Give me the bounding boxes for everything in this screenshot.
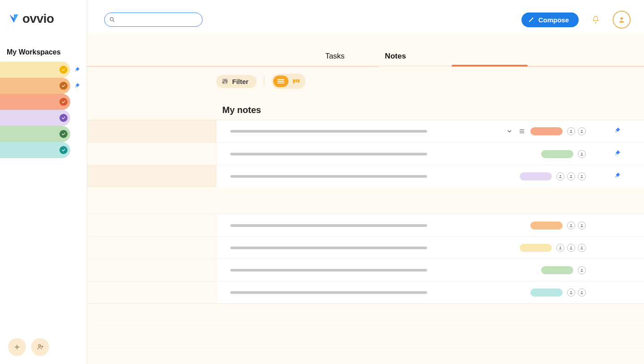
brand-name: ovvio bbox=[22, 12, 54, 26]
svg-point-4 bbox=[225, 79, 226, 81]
row-gutter bbox=[87, 237, 217, 259]
section-title: My notes bbox=[87, 89, 644, 120]
svg-point-16 bbox=[581, 224, 583, 226]
note-row[interactable] bbox=[87, 142, 644, 165]
workspace-tag[interactable] bbox=[530, 289, 563, 297]
filter-button[interactable]: Filter bbox=[216, 75, 257, 88]
collaborator-avatars bbox=[567, 127, 586, 135]
check-icon bbox=[59, 146, 68, 154]
sidebar-workspace-item[interactable] bbox=[0, 62, 87, 78]
svg-point-13 bbox=[571, 175, 572, 176]
sidebar-workspace-item[interactable] bbox=[0, 94, 87, 110]
avatar-icon[interactable] bbox=[578, 150, 586, 158]
collaborator-avatars bbox=[578, 150, 586, 158]
svg-point-20 bbox=[581, 269, 583, 270]
sidebar-workspace-item[interactable] bbox=[0, 78, 87, 94]
row-gutter bbox=[87, 281, 217, 303]
view-toggle bbox=[271, 74, 305, 89]
row-gutter bbox=[87, 165, 217, 187]
list-view-button[interactable] bbox=[273, 75, 288, 87]
note-row[interactable] bbox=[87, 281, 644, 303]
avatar-icon[interactable] bbox=[578, 127, 586, 135]
check-icon bbox=[59, 82, 68, 90]
svg-point-12 bbox=[560, 175, 561, 176]
board-view-button[interactable] bbox=[288, 75, 304, 87]
sidebar-workspace-item[interactable] bbox=[0, 110, 87, 126]
check-icon bbox=[59, 98, 68, 106]
workspace-tag[interactable] bbox=[530, 222, 563, 230]
search-input[interactable] bbox=[118, 17, 198, 23]
svg-point-3 bbox=[223, 82, 224, 83]
note-row[interactable] bbox=[87, 236, 644, 259]
sidebar: ovvio My Workspaces bbox=[0, 0, 87, 364]
workspace-tag[interactable] bbox=[520, 172, 552, 180]
workspace-list bbox=[0, 62, 87, 158]
avatar-icon[interactable] bbox=[556, 172, 564, 180]
note-row[interactable] bbox=[87, 165, 644, 187]
note-title-placeholder bbox=[230, 291, 427, 294]
svg-point-17 bbox=[560, 247, 561, 248]
compose-button[interactable]: Compose bbox=[521, 13, 579, 27]
profile-button[interactable] bbox=[613, 11, 631, 29]
avatar-icon[interactable] bbox=[567, 289, 575, 297]
row-gutter bbox=[87, 120, 217, 142]
pin-icon[interactable] bbox=[613, 172, 621, 181]
check-icon bbox=[59, 66, 68, 74]
note-title-placeholder bbox=[230, 269, 427, 272]
note-title-placeholder bbox=[230, 224, 427, 227]
sidebar-workspace-item[interactable] bbox=[0, 142, 87, 158]
notifications-button[interactable] bbox=[589, 13, 602, 26]
svg-rect-6 bbox=[293, 79, 295, 84]
empty-list-area bbox=[87, 303, 644, 348]
note-row[interactable] bbox=[87, 214, 644, 236]
collaborator-avatars bbox=[556, 172, 586, 180]
workspace-tag[interactable] bbox=[541, 266, 573, 274]
separator bbox=[264, 76, 264, 87]
avatar-icon[interactable] bbox=[567, 127, 575, 135]
pin-icon[interactable] bbox=[613, 149, 621, 159]
workspace-tag[interactable] bbox=[520, 244, 552, 252]
collaborator-avatars bbox=[556, 244, 586, 252]
note-row[interactable] bbox=[87, 120, 644, 142]
tab-notes[interactable]: Notes bbox=[385, 49, 406, 66]
sidebar-workspace-item[interactable] bbox=[0, 126, 87, 142]
note-row[interactable] bbox=[87, 259, 644, 281]
row-gutter bbox=[87, 214, 217, 236]
pin-icon[interactable] bbox=[73, 82, 81, 90]
workspace-tag[interactable] bbox=[530, 127, 563, 135]
tab-tasks[interactable]: Tasks bbox=[325, 49, 344, 66]
list-toolbar: Filter bbox=[87, 67, 644, 89]
svg-point-22 bbox=[581, 291, 583, 293]
svg-point-18 bbox=[571, 247, 572, 248]
pin-icon[interactable] bbox=[73, 66, 81, 74]
avatar-icon[interactable] bbox=[578, 266, 586, 274]
filter-label: Filter bbox=[232, 78, 249, 85]
avatar-icon[interactable] bbox=[567, 222, 575, 230]
svg-point-5 bbox=[226, 81, 228, 82]
pin-icon[interactable] bbox=[613, 126, 621, 136]
avatar-icon[interactable] bbox=[578, 172, 586, 180]
avatar-icon[interactable] bbox=[567, 244, 575, 252]
svg-point-19 bbox=[581, 247, 583, 248]
note-title-placeholder bbox=[230, 175, 427, 178]
search-box[interactable] bbox=[104, 13, 203, 27]
svg-point-9 bbox=[571, 130, 572, 131]
workspace-tag[interactable] bbox=[541, 150, 573, 158]
row-gutter bbox=[87, 259, 217, 281]
add-workspace-button[interactable] bbox=[8, 338, 26, 356]
avatar-icon[interactable] bbox=[567, 172, 575, 180]
tabs: Tasks Notes bbox=[87, 34, 644, 67]
avatar-icon[interactable] bbox=[578, 222, 586, 230]
list-icon[interactable] bbox=[518, 127, 526, 135]
avatar-icon[interactable] bbox=[556, 244, 564, 252]
svg-rect-7 bbox=[295, 79, 297, 82]
svg-point-14 bbox=[581, 175, 583, 176]
avatar-icon[interactable] bbox=[578, 289, 586, 297]
search-icon bbox=[109, 17, 115, 23]
svg-point-0 bbox=[38, 345, 41, 347]
invite-user-button[interactable] bbox=[31, 338, 49, 356]
my-workspaces-title: My Workspaces bbox=[0, 30, 87, 62]
avatar-icon[interactable] bbox=[578, 244, 586, 252]
chevron-down-icon[interactable] bbox=[505, 127, 513, 135]
note-title-placeholder bbox=[230, 130, 427, 133]
